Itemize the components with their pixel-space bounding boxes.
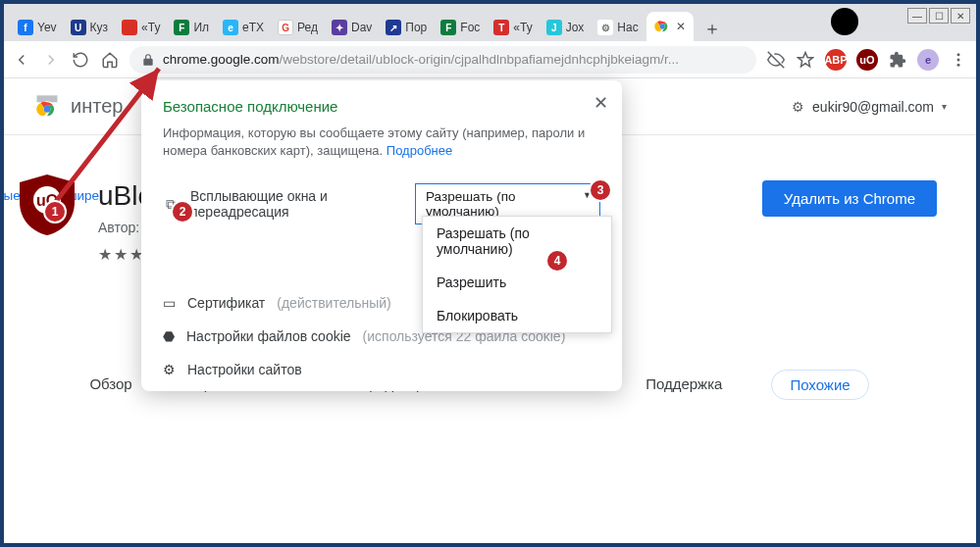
tab-label: Foc: [460, 21, 480, 34]
certificate-label: Сертификат: [187, 295, 265, 311]
popup-close-button[interactable]: ✕: [593, 92, 608, 114]
close-tab-icon[interactable]: ✕: [676, 20, 686, 33]
tab-2[interactable]: «Ту: [116, 14, 166, 41]
tab-label: eTX: [242, 21, 264, 34]
url-path: /webstore/detail/ublock-origin/cjpalhdln…: [280, 52, 680, 67]
back-button[interactable]: [12, 50, 31, 70]
reload-button[interactable]: [71, 50, 90, 70]
home-button[interactable]: [100, 50, 120, 70]
tab-label: Куз: [90, 21, 109, 34]
tab-label: «Ту: [513, 21, 532, 34]
tab-5[interactable]: GРед: [272, 14, 324, 41]
tab-support[interactable]: Поддержка: [644, 370, 724, 400]
cookie-icon: ⬣: [163, 328, 175, 344]
dropdown-option[interactable]: Разрешать (по умолчанию): [423, 217, 611, 266]
tab-4[interactable]: eeTX: [217, 14, 270, 41]
certificate-status: (действительный): [277, 295, 390, 311]
annotation-bubble-4: 4: [547, 251, 567, 271]
site-icon: ↗: [386, 20, 401, 35]
user-email: eukir90@gmail.com: [812, 99, 934, 115]
google-icon: G: [278, 20, 293, 35]
site-settings-label: Настройки сайтов: [187, 362, 302, 377]
eye-off-icon[interactable]: [766, 50, 786, 70]
svg-point-3: [957, 63, 960, 66]
tab-related[interactable]: Похожие: [771, 370, 868, 400]
svg-point-2: [957, 58, 960, 61]
site-icon: J: [546, 20, 562, 35]
site-icon: T: [493, 20, 509, 35]
cookies-label: Настройки файлов cookie: [186, 328, 351, 344]
chevron-down-icon: ▾: [942, 101, 947, 112]
tab-label: Пор: [405, 21, 427, 34]
tab-1[interactable]: UКуз: [65, 14, 115, 41]
abp-extension-icon[interactable]: ABP: [825, 49, 847, 71]
site-icon: [122, 20, 137, 35]
tab-3[interactable]: FИл: [168, 14, 215, 41]
tab-label: Jox: [566, 21, 585, 34]
kebab-menu-icon[interactable]: [949, 50, 968, 70]
profile-badge-icon[interactable]: e: [917, 49, 939, 71]
store-title-block: интер: [33, 93, 123, 121]
gear-icon: ⚙: [163, 362, 176, 377]
profile-avatar[interactable]: [831, 8, 858, 35]
minimize-button[interactable]: —: [907, 8, 927, 24]
tab-9[interactable]: T«Ту: [488, 14, 538, 41]
tab-7[interactable]: ↗Пор: [380, 14, 433, 41]
gear-icon: ⚙: [597, 20, 613, 35]
tab-label: Ил: [193, 21, 209, 34]
close-window-button[interactable]: ✕: [951, 8, 970, 24]
annotation-bubble-1: 1: [45, 202, 65, 222]
store-title: интер: [71, 95, 123, 118]
window-controls: — ☐ ✕: [907, 8, 970, 24]
tab-label: Yev: [37, 21, 57, 34]
site-icon: e: [223, 20, 238, 35]
learn-more-link[interactable]: Подробнее: [387, 143, 452, 158]
dropdown-option[interactable]: Блокировать: [423, 299, 611, 332]
tab-label: Нас: [617, 21, 638, 34]
site-icon: ✦: [332, 20, 347, 35]
forward-button[interactable]: [41, 50, 61, 70]
url-host: chrome.google.com: [163, 52, 280, 67]
browser-toolbar: chrome.google.com/webstore/detail/ublock…: [4, 41, 976, 78]
active-tab[interactable]: ✕: [646, 12, 694, 41]
svg-point-1: [957, 53, 960, 56]
tab-8[interactable]: FFoc: [435, 14, 486, 41]
address-bar[interactable]: chrome.google.com/webstore/detail/ublock…: [129, 46, 756, 74]
lock-icon: [141, 53, 155, 67]
browser-tabstrip: fYev UКуз «Ту FИл eeTX GРед ✦Dav ↗Пор FF…: [4, 4, 976, 41]
tab-label: Ред: [297, 21, 318, 34]
ublock-extension-icon[interactable]: uO: [856, 49, 878, 71]
permission-dropdown: Разрешать (по умолчанию) Разрешить Блоки…: [422, 216, 612, 333]
annotation-bubble-3: 3: [591, 180, 610, 200]
site-icon: F: [440, 20, 456, 35]
tab-11[interactable]: ⚙Нас: [592, 14, 644, 41]
annotation-bubble-2: 2: [173, 202, 192, 222]
tab-10[interactable]: JJox: [541, 14, 591, 41]
tab-6[interactable]: ✦Dav: [326, 14, 378, 41]
dropdown-option[interactable]: Разрешить: [423, 266, 611, 299]
maximize-button[interactable]: ☐: [929, 8, 949, 24]
extensions-puzzle-icon[interactable]: [888, 50, 907, 70]
popup-title: Безопасное подключение: [163, 98, 600, 115]
remove-from-chrome-button[interactable]: Удалить из Chrome: [762, 180, 937, 217]
star-icon[interactable]: [796, 50, 815, 70]
tab-overview[interactable]: Обзор: [87, 370, 133, 400]
new-tab-button[interactable]: ＋: [699, 16, 725, 41]
site-icon: U: [71, 20, 86, 35]
tab-0[interactable]: fYev: [12, 14, 63, 41]
user-block[interactable]: ⚙ eukir90@gmail.com ▾: [792, 99, 947, 115]
chrome-webstore-icon: [33, 93, 61, 121]
chrome-icon: [654, 19, 670, 34]
tab-label: Dav: [351, 21, 372, 34]
site-settings-row[interactable]: ⚙ Настройки сайтов: [163, 362, 600, 377]
facebook-icon: f: [18, 20, 33, 35]
site-icon: F: [174, 20, 189, 35]
certificate-icon: ▭: [163, 295, 176, 311]
tab-label: «Ту: [141, 21, 160, 34]
gear-icon[interactable]: ⚙: [792, 99, 804, 115]
popup-body: Информация, которую вы сообщаете этому с…: [163, 124, 600, 160]
permission-label: Всплывающие окна и переадресация: [190, 188, 403, 220]
